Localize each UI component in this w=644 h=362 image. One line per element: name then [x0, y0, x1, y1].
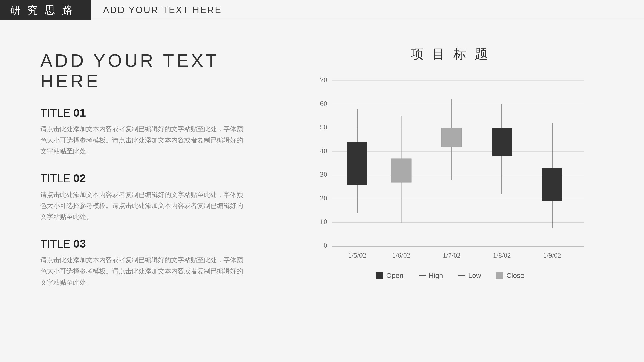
legend-close-label: Close [506, 272, 525, 280]
section-03: TITLE 03 请点击此处添加文本内容或者复制已编辑好的文字粘贴至此处，字体颜… [40, 238, 267, 288]
section-prefix-01: TITLE [40, 107, 73, 119]
svg-rect-26 [542, 168, 562, 201]
chart-legend: Open High Low Close [376, 272, 524, 280]
header: 研 究 思 路 ADD YOUR TEXT HERE [0, 0, 644, 20]
svg-text:10: 10 [320, 218, 327, 225]
svg-text:1/8/02: 1/8/02 [493, 251, 511, 259]
svg-text:50: 50 [320, 123, 327, 131]
legend-low: Low [458, 272, 481, 280]
legend-high-icon [419, 275, 426, 276]
section-text-01: 请点击此处添加文本内容或者复制已编辑好的文字粘贴至此处，字体颜色大小可选择参考模… [40, 124, 247, 157]
left-panel: ADD YOUR TEXT HERE TITLE 01 请点击此处添加文本内容或… [40, 40, 267, 342]
legend-low-label: Low [468, 272, 481, 280]
section-01: TITLE 01 请点击此处添加文本内容或者复制已编辑好的文字粘贴至此处，字体颜… [40, 107, 267, 157]
svg-text:30: 30 [320, 170, 327, 178]
section-title-01: TITLE 01 [40, 107, 267, 119]
right-panel: 项 目 标 题 0 10 20 30 40 [287, 40, 614, 342]
legend-open-icon [376, 272, 383, 279]
legend-high-label: High [429, 272, 443, 280]
svg-rect-22 [441, 128, 462, 147]
legend-open-label: Open [386, 272, 404, 280]
legend-high: High [419, 272, 443, 280]
section-title-02: TITLE 02 [40, 172, 267, 185]
svg-text:0: 0 [324, 241, 327, 249]
big-heading: ADD YOUR TEXT HERE [40, 50, 267, 92]
legend-open: Open [376, 272, 404, 280]
legend-close-icon [496, 272, 503, 279]
candlestick-chart: 0 10 20 30 40 50 60 70 [312, 75, 589, 266]
svg-text:70: 70 [320, 76, 327, 84]
svg-text:60: 60 [320, 100, 327, 107]
svg-text:20: 20 [320, 194, 327, 202]
section-text-02: 请点击此处添加文本内容或者复制已编辑好的文字粘贴至此处，字体颜色大小可选择参考模… [40, 189, 247, 223]
svg-rect-18 [347, 142, 367, 185]
legend-close: Close [496, 272, 525, 280]
svg-text:40: 40 [320, 147, 327, 155]
svg-text:1/6/02: 1/6/02 [392, 251, 410, 259]
section-text-03: 请点击此处添加文本内容或者复制已编辑好的文字粘贴至此处，字体颜色大小可选择参考模… [40, 255, 247, 288]
header-title-block: 研 究 思 路 [0, 0, 91, 20]
legend-low-icon [458, 275, 465, 276]
section-prefix-02: TITLE [40, 172, 73, 185]
header-title: 研 究 思 路 [10, 3, 74, 17]
svg-text:1/7/02: 1/7/02 [442, 251, 461, 259]
section-number-03: 03 [73, 238, 86, 250]
section-02: TITLE 02 请点击此处添加文本内容或者复制已编辑好的文字粘贴至此处，字体颜… [40, 172, 267, 223]
section-number-01: 01 [73, 107, 86, 119]
svg-rect-24 [492, 128, 512, 156]
svg-text:1/5/02: 1/5/02 [348, 251, 366, 259]
svg-rect-20 [391, 159, 411, 182]
main-content: ADD YOUR TEXT HERE TITLE 01 请点击此处添加文本内容或… [0, 20, 644, 362]
section-title-03: TITLE 03 [40, 238, 267, 250]
section-number-02: 02 [73, 172, 86, 185]
section-prefix-03: TITLE [40, 238, 73, 250]
svg-text:1/9/02: 1/9/02 [543, 251, 561, 259]
chart-container: 0 10 20 30 40 50 60 70 [312, 75, 589, 266]
chart-title: 项 目 标 题 [411, 45, 490, 63]
header-subtitle: ADD YOUR TEXT HERE [91, 5, 222, 15]
